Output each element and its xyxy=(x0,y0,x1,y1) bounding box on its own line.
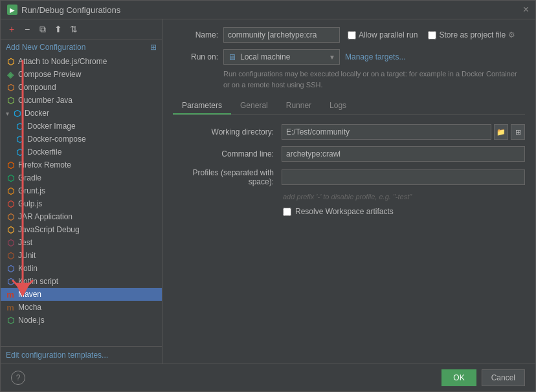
list-item-label: JUnit xyxy=(18,251,36,260)
params-grid: Working directory: 📁 ⊞ Command line: Pro… xyxy=(173,124,525,201)
tab-general[interactable]: General xyxy=(231,98,277,114)
command-line-label: Command line: xyxy=(173,149,276,158)
firefox-icon: ⬡ xyxy=(6,160,15,169)
compose-icon: ◈ xyxy=(6,70,15,79)
action-buttons: OK Cancel xyxy=(441,369,525,386)
working-dir-label: Working directory: xyxy=(173,127,276,136)
toolbar: + − ⧉ ⬆ ⇅ xyxy=(1,19,162,39)
list-item-label: Kotlin script xyxy=(18,277,58,286)
list-item-label: Docker-compose xyxy=(27,135,86,144)
list-item-label: Compose Preview xyxy=(18,70,81,79)
tab-runner[interactable]: Runner xyxy=(277,98,320,114)
list-item-label: Maven xyxy=(18,290,41,299)
run-on-machine-icon: 🖥 xyxy=(228,52,236,62)
list-item-label: Dockerfile xyxy=(27,147,61,157)
list-item[interactable]: ◈Compose Preview xyxy=(1,68,162,81)
list-item-label: Kotlin xyxy=(18,264,38,273)
working-dir-input[interactable] xyxy=(282,124,491,140)
list-item[interactable]: ⬡Kotlin script xyxy=(1,275,162,288)
list-item[interactable]: ⬡JAR Application xyxy=(1,210,162,223)
list-item[interactable]: ⬡Gradle xyxy=(1,171,162,184)
remove-config-button[interactable]: − xyxy=(20,22,34,36)
working-dir-folder-btn[interactable]: 📁 xyxy=(494,124,508,140)
add-new-configuration-row[interactable]: Add New Configuration ⊞ xyxy=(1,39,162,55)
run-on-dropdown-arrow: ▼ xyxy=(329,54,335,61)
dialog-icon: ▶ xyxy=(7,5,17,15)
right-panel: Name: Allow parallel run Store as projec… xyxy=(162,19,535,364)
edit-templates-link[interactable]: Edit configuration templates... xyxy=(6,351,108,360)
list-item[interactable]: ⬡Kotlin xyxy=(1,262,162,275)
list-item[interactable]: ⬡Node.js xyxy=(1,314,162,327)
kotlin-icon: ⬡ xyxy=(6,264,15,273)
tab-logs[interactable]: Logs xyxy=(320,98,355,114)
run-on-select[interactable]: 🖥 Local machine ▼ xyxy=(223,49,340,65)
profiles-input[interactable] xyxy=(282,169,525,185)
list-item[interactable]: ⬡Docker-compose xyxy=(1,133,162,146)
list-item[interactable]: ▾⬡Docker xyxy=(1,107,162,120)
add-config-button[interactable]: + xyxy=(5,22,19,36)
run-on-row: Run on: 🖥 Local machine ▼ Manage targets… xyxy=(173,49,525,65)
move-up-button[interactable]: ⬆ xyxy=(51,22,65,36)
help-button[interactable]: ? xyxy=(11,371,25,385)
jest-icon: ⬡ xyxy=(6,238,15,247)
list-item[interactable]: ⬡Grunt.js xyxy=(1,184,162,197)
run-on-label: Run on: xyxy=(173,52,218,61)
profiles-label: Profiles (separated with space): xyxy=(173,168,276,186)
list-item-label: Firefox Remote xyxy=(18,160,71,169)
sort-button[interactable]: ⇅ xyxy=(67,22,81,36)
resolve-workspace-checkbox[interactable] xyxy=(283,208,291,216)
gradle-icon: ⬡ xyxy=(6,173,15,182)
list-item[interactable]: ⬡Firefox Remote xyxy=(1,158,162,171)
description-text: Run configurations may be executed local… xyxy=(173,69,525,90)
name-input[interactable] xyxy=(223,27,340,43)
jar-icon: ⬡ xyxy=(6,212,15,221)
list-item[interactable]: ⬡Jest xyxy=(1,236,162,249)
manage-targets-link[interactable]: Manage targets... xyxy=(345,52,405,61)
store-as-project-checkbox[interactable] xyxy=(428,31,436,39)
allow-parallel-checkbox[interactable] xyxy=(348,31,356,39)
kotlin-icon: ⬡ xyxy=(6,277,15,286)
store-as-project-group: Store as project file ⚙ xyxy=(428,30,515,39)
tab-parameters[interactable]: Parameters xyxy=(173,98,231,114)
add-config-icon: ⊞ xyxy=(150,43,157,52)
docker-icon: ⬡ xyxy=(15,135,24,144)
list-item[interactable]: ⬡Compound xyxy=(1,81,162,94)
grunt-icon: ⬡ xyxy=(6,186,15,195)
resolve-workspace-row: Resolve Workspace artifacts xyxy=(173,207,525,216)
list-item[interactable]: mMocha xyxy=(1,301,162,314)
dialog-title: Run/Debug Configurations xyxy=(21,5,120,15)
main-content: + − ⧉ ⬆ ⇅ Add New Configuration ⊞ ⬡Attac… xyxy=(1,19,535,364)
list-item[interactable]: mMaven xyxy=(1,288,162,301)
mocha-icon: m xyxy=(6,303,15,312)
junit-icon: ⬡ xyxy=(6,251,15,260)
tabs-bar: Parameters General Runner Logs xyxy=(173,98,525,115)
compound-icon: ⬡ xyxy=(6,83,15,92)
close-button[interactable]: × xyxy=(523,5,529,15)
command-line-input[interactable] xyxy=(282,146,525,162)
cancel-button[interactable]: Cancel xyxy=(482,369,525,386)
working-dir-expand-btn[interactable]: ⊞ xyxy=(511,124,525,140)
list-item[interactable]: ⬡Docker Image xyxy=(1,120,162,133)
list-item-label: JavaScript Debug xyxy=(18,225,80,234)
run-on-value: Local machine xyxy=(240,52,290,61)
run-debug-dialog: ▶ Run/Debug Configurations × + − ⧉ ⬆ ⇅ A… xyxy=(0,0,536,392)
list-item[interactable]: ⬡Attach to Node.js/Chrome xyxy=(1,55,162,68)
docker-icon: ⬡ xyxy=(15,147,24,157)
copy-config-button[interactable]: ⧉ xyxy=(36,22,50,36)
list-item-label: Attach to Node.js/Chrome xyxy=(18,57,107,66)
add-new-configuration-label: Add New Configuration xyxy=(6,43,85,52)
profiles-row xyxy=(282,169,525,185)
list-item[interactable]: ⬡Gulp.js xyxy=(1,197,162,210)
list-item-label: Gradle xyxy=(18,173,41,182)
list-item-label: Cucumber Java xyxy=(18,96,73,105)
list-item[interactable]: ⬡JavaScript Debug xyxy=(1,223,162,236)
bottom-bar: ? OK Cancel xyxy=(1,364,535,391)
list-item-label: JAR Application xyxy=(18,212,73,221)
docker-icon: ⬡ xyxy=(12,109,21,118)
ok-button[interactable]: OK xyxy=(441,369,476,386)
list-item[interactable]: ⬡Dockerfile xyxy=(1,146,162,158)
title-bar: ▶ Run/Debug Configurations × xyxy=(1,1,535,19)
config-list: ⬡Attach to Node.js/Chrome◈Compose Previe… xyxy=(1,55,162,346)
list-item[interactable]: ⬡Cucumber Java xyxy=(1,94,162,107)
list-item[interactable]: ⬡JUnit xyxy=(1,249,162,262)
